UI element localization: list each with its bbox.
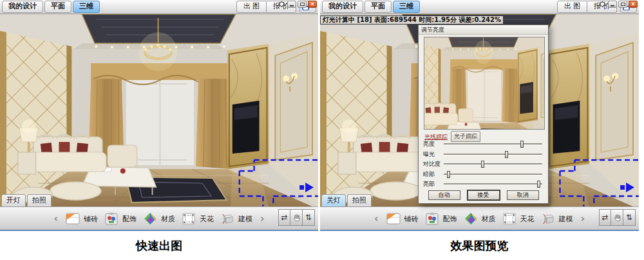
restore-button[interactable] [618, 1, 627, 8]
app-window-preview: 我的设计 平面 三维 出图 报价 ▾ × 灯光计算中 [18] 表面:68954… [320, 0, 639, 231]
render-preview-image [424, 37, 545, 130]
decor-icon [425, 212, 439, 225]
light-on-tab[interactable]: 开灯 [1, 194, 26, 207]
tool-decor[interactable]: 配饰 [425, 212, 457, 225]
auto-button[interactable]: 自动 [428, 190, 460, 200]
render-output-button[interactable]: 出图 [236, 1, 267, 13]
shadows-slider[interactable] [444, 171, 542, 178]
scroll-left-icon[interactable]: ‹ [52, 214, 59, 224]
snapshot-tab[interactable]: 拍照 [27, 194, 52, 207]
light-off-tab[interactable]: 关灯 [321, 194, 346, 207]
tool-label: 材质 [161, 214, 175, 224]
minimize-button[interactable] [287, 1, 296, 8]
tool-tile[interactable]: 铺砖 [66, 212, 98, 225]
tool-label: 配饰 [443, 214, 457, 224]
slider-handle[interactable] [520, 141, 524, 148]
tool-label: 材质 [482, 214, 496, 224]
brightness-slider[interactable] [444, 141, 542, 148]
tool-label: 铺砖 [404, 214, 419, 224]
slider-row: 曝光 [423, 150, 542, 160]
ceiling-icon [182, 212, 196, 225]
tab-2d-plan[interactable]: 平面 [44, 1, 71, 13]
ceiling-icon [502, 212, 516, 225]
slider-label: 亮部 [423, 180, 444, 188]
tilt-vertical-button[interactable]: ⇅ [623, 209, 636, 226]
pan-button[interactable] [290, 209, 303, 226]
minimize-icon [290, 5, 294, 6]
tool-label: 铺砖 [84, 214, 98, 224]
tool-ceiling[interactable]: 天花 [182, 212, 214, 225]
pan-hand-icon [613, 214, 621, 222]
tool-ceiling[interactable]: 天花 [502, 212, 535, 225]
accept-button[interactable]: 接受 [468, 190, 500, 200]
viewport-tabs: 关灯 拍照 [321, 194, 373, 207]
tool-model[interactable]: 建模 [220, 212, 252, 225]
scroll-right-icon[interactable]: › [259, 214, 266, 224]
close-button[interactable]: × [629, 1, 638, 8]
tilt-vertical-icon: ⇅ [626, 213, 632, 222]
pan-button[interactable] [611, 209, 623, 226]
scroll-left-icon[interactable]: ‹ [373, 214, 380, 224]
restore-button[interactable] [298, 1, 307, 8]
window-controls: × [599, 1, 638, 8]
caption-quick-render: 快速出图 [0, 238, 318, 254]
slider-handle[interactable] [447, 171, 450, 178]
material-icon [464, 212, 478, 225]
viewport-tabs: 开灯 拍照 [1, 194, 53, 207]
scroll-right-icon[interactable]: › [580, 214, 587, 224]
tab-my-design[interactable]: 我的设计 [322, 1, 363, 13]
slider-handle[interactable] [481, 161, 484, 168]
slider-panel: 亮度 曝光 对比度 暗部 亮部 [423, 139, 542, 190]
settings-gear-icon[interactable] [278, 1, 285, 8]
tile-icon [386, 212, 401, 225]
render-viewport[interactable] [0, 14, 318, 208]
tool-decor[interactable]: 配饰 [104, 212, 137, 225]
slider-handle[interactable] [505, 151, 508, 158]
tool-material[interactable]: 材质 [143, 212, 175, 225]
minimize-icon [611, 5, 614, 6]
rotate-horizontal-button[interactable]: ⇄ [278, 209, 290, 226]
snapshot-tab[interactable]: 拍照 [347, 194, 372, 207]
model-icon [220, 212, 234, 225]
rotate-horizontal-icon: ⇄ [281, 213, 287, 222]
tab-3d-view[interactable]: 三维 [73, 1, 100, 13]
tool-label: 建模 [559, 214, 573, 224]
tab-2d-plan[interactable]: 平面 [365, 1, 392, 13]
window-controls: × [278, 1, 317, 8]
model-icon [541, 212, 555, 225]
highlights-slider[interactable] [444, 181, 542, 188]
view-control-group: ⇄ ⇅ [278, 209, 315, 226]
slider-label: 亮度 [423, 140, 444, 148]
restore-icon [300, 3, 305, 6]
tab-my-design[interactable]: 我的设计 [2, 1, 43, 13]
tool-label: 天花 [200, 214, 214, 224]
tile-icon [66, 212, 80, 225]
close-button[interactable]: × [308, 1, 317, 8]
app-window-quick-render: 我的设计 平面 三维 出图 报价 ▾ × 开灯 拍照 ‹ 铺砖 [0, 0, 318, 231]
tool-model[interactable]: 建模 [541, 212, 573, 225]
bottom-toolbar: ‹ 铺砖 配饰 材质 天花 建模 › [0, 206, 318, 230]
nav-bar: 我的设计 平面 三维 出图 报价 ▾ [0, 0, 318, 14]
rotate-horizontal-button[interactable]: ⇄ [599, 209, 611, 226]
slider-label: 对比度 [423, 160, 444, 168]
render-output-button[interactable]: 出图 [557, 1, 587, 13]
adjust-brightness-dialog: 调节亮度 光线跟踪 光子跟踪 亮度 曝光 对比度 [418, 25, 549, 204]
bottom-toolbar: ‹ 铺砖 配饰 材质 天花 建模 › [320, 206, 639, 230]
minimize-button[interactable] [608, 1, 617, 8]
slider-row: 亮部 [423, 179, 542, 190]
slider-label: 暗部 [423, 170, 444, 179]
settings-gear-icon[interactable] [599, 1, 606, 8]
caption-preview: 效果图预览 [320, 238, 639, 254]
exposure-slider[interactable] [444, 151, 542, 158]
nav-bar: 我的设计 平面 三维 出图 报价 ▾ [320, 0, 639, 14]
decor-icon [104, 212, 118, 225]
tool-tile[interactable]: 铺砖 [386, 212, 419, 225]
cancel-button[interactable]: 取消 [507, 190, 539, 200]
slider-handle[interactable] [537, 181, 540, 188]
contrast-slider[interactable] [444, 161, 542, 168]
tilt-vertical-button[interactable]: ⇅ [303, 209, 315, 226]
tool-material[interactable]: 材质 [464, 212, 496, 225]
tool-label: 建模 [238, 214, 252, 224]
tab-3d-view[interactable]: 三维 [393, 1, 420, 13]
restore-icon [621, 3, 625, 6]
